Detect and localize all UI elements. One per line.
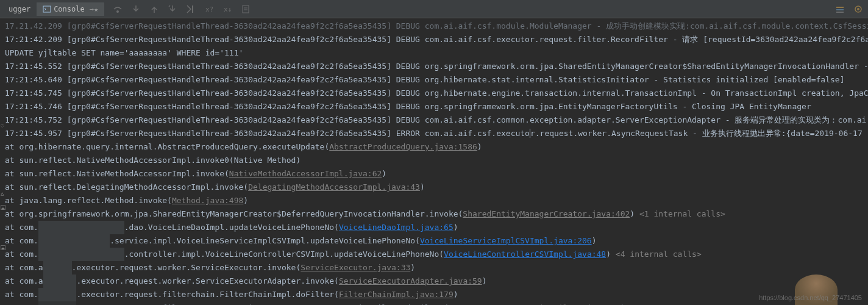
calculator-icon[interactable]	[238, 2, 253, 16]
log-line: 17:21:45.640 [grp0#CsfServerRequestHandl…	[5, 73, 863, 87]
console-tab[interactable]: Console →★	[37, 2, 104, 16]
evaluate-expression-icon[interactable]: x?	[202, 2, 216, 16]
source-link[interactable]: AbstractProducedQuery.java:1586	[329, 142, 477, 151]
log-line: 17:21:42.209 [grp0#CsfServerRequestHandl…	[5, 33, 863, 46]
internal-calls: <1 internal calls>	[635, 209, 725, 218]
settings-icon[interactable]	[833, 2, 847, 16]
source-link[interactable]: DelegatingMethodAccessorImpl.java:43	[248, 182, 420, 192]
redacted: xxxxxxxx	[38, 288, 77, 301]
source-link[interactable]: ServiceExecutor.java:33	[301, 263, 410, 272]
redacted: xxxxxxxx	[38, 301, 77, 305]
stack-line: at com.xxxxxxxxxxxxxxx.service.impl.Voic…	[5, 234, 863, 248]
console-output: 17.21.42.209 [grp0#CsfServerRequestHandl…	[0, 18, 868, 305]
stack-line: at com.xxxxxxxx.executor.request.filter.…	[5, 301, 863, 305]
svg-rect-5	[243, 5, 249, 13]
toolbar: ugger Console →★ x? x↓	[0, 0, 868, 18]
stack-line: at com.axxxxxx.executor.request.worker.S…	[5, 261, 863, 274]
svg-text:x?: x?	[205, 5, 213, 13]
svg-rect-9	[836, 9, 844, 10]
stack-line: at sun.reflect.NativeMethodAccessorImpl.…	[5, 154, 863, 167]
log-line: 17:21:45.752 [grp0#CsfServerRequestHandl…	[5, 113, 863, 127]
redacted: xxxxxxxxxxxxxxxxxx	[38, 248, 124, 261]
svg-rect-10	[836, 12, 844, 13]
step-out-icon[interactable]	[147, 2, 162, 16]
source-link[interactable]: FilterChainImpl.java:179	[339, 290, 454, 299]
expand-icon[interactable]: +	[1, 205, 5, 210]
stack-line: at com.axxxxxxx.executor.request.worker.…	[5, 274, 863, 288]
trace-icon[interactable]: x↓	[220, 2, 235, 16]
stack-line: at com.xxxxxxxxxxxxxxxxxx.controller.imp…	[5, 248, 863, 261]
watermark: https://blog.csdn.net/qq_27471405	[759, 294, 862, 301]
console-icon	[43, 5, 51, 13]
tab-label: ugger	[9, 5, 30, 13]
expand-icon-2[interactable]: +	[1, 245, 5, 250]
stack-line: at sun.reflect.DelegatingMethodAccessorI…	[5, 181, 863, 194]
debugger-tab[interactable]: ugger	[2, 2, 37, 16]
redacted: xxxxxx	[43, 261, 72, 274]
svg-rect-2	[192, 5, 193, 13]
source-link[interactable]: VoiceLineServiceImplCSVImpl.java:206	[420, 236, 592, 245]
lock-icon[interactable]: △	[1, 190, 4, 196]
svg-text:x↓: x↓	[224, 5, 232, 13]
svg-rect-0	[43, 6, 51, 12]
svg-point-12	[857, 8, 859, 10]
stack-line: at org.springframework.orm.jpa.SharedEnt…	[5, 207, 863, 221]
stack-line: at org.hibernate.query.internal.Abstract…	[5, 140, 863, 154]
redacted: xxxxxxxxxxxxxxx	[38, 234, 110, 248]
source-link[interactable]: VoiceLineControllerCSVImpl.java:48	[444, 249, 606, 259]
log-line: 17.21.42.209 [grp0#CsfServerRequestHandl…	[5, 20, 863, 33]
close-tab-icon[interactable]: →★	[90, 5, 98, 13]
source-link[interactable]: SharedEntityManagerCreator.java:402	[463, 209, 630, 218]
run-to-cursor-icon[interactable]	[183, 2, 198, 16]
heart-icon[interactable]: ♡	[1, 123, 4, 129]
stack-line: at com.xxxxxxxxxxxxxxxxxx.dao.VoiceLineD…	[5, 221, 863, 234]
stack-line: at sun.reflect.NativeMethodAccessorImpl.…	[5, 167, 863, 181]
redacted: xxxxxxx	[43, 274, 77, 288]
log-line: UPDATE yjltable SET name='aaaaaaaa' WHER…	[5, 46, 863, 60]
internal-calls: <4 internal calls>	[611, 249, 702, 259]
tab-label: Console	[54, 5, 85, 13]
source-link[interactable]: ServiceExecutorAdapter.java:59	[339, 276, 482, 285]
step-over-icon[interactable]	[110, 2, 125, 16]
stack-line: at java.lang.reflect.Method.invoke(Metho…	[5, 194, 863, 207]
source-link[interactable]: NativeMethodAccessorImpl.java:62	[229, 169, 382, 178]
log-line: 17:21:45.745 [grp0#CsfServerRequestHandl…	[5, 87, 863, 100]
log-line: 17:21:45.552 [grp0#CsfServerRequestHandl…	[5, 60, 863, 73]
source-link[interactable]: VoiceLineDaoImpl.java:65	[339, 223, 454, 232]
redacted: xxxxxxxxxxxxxxxxxx	[38, 221, 124, 234]
gear-icon[interactable]	[851, 2, 866, 16]
stack-line: at com.xxxxxxxx.executor.request.filterc…	[5, 288, 863, 301]
force-step-into-icon[interactable]	[165, 2, 180, 16]
source-link[interactable]: Method.java:498	[172, 196, 243, 205]
svg-point-1	[116, 10, 119, 13]
step-into-icon[interactable]	[129, 2, 143, 16]
log-line: 17:21:45.957 [grp0#CsfServerRequestHandl…	[5, 127, 863, 140]
svg-rect-8	[836, 7, 844, 8]
log-line: 17:21:45.746 [grp0#CsfServerRequestHandl…	[5, 100, 863, 113]
